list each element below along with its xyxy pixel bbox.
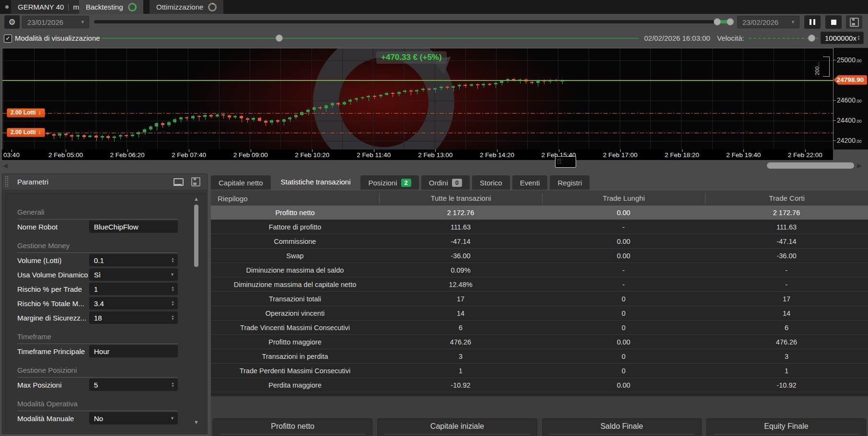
spinner-arrows-icon[interactable]: ▲▼ — [171, 257, 174, 263]
parameter-spinner-input[interactable]: 1▲▼ — [89, 283, 178, 295]
candle — [270, 120, 273, 123]
parameters-header[interactable]: Parametri — [2, 174, 207, 190]
parameter-spinner-input[interactable]: 5▲▼ — [89, 379, 178, 391]
table-column-header[interactable]: Riepilogo — [211, 195, 379, 203]
summary-card: Profitto netto1 768.33 — [213, 418, 372, 436]
scroll-left-icon[interactable]: ◀ — [3, 162, 8, 169]
results-tab-ordini[interactable]: Ordini0 — [421, 175, 470, 190]
end-date-select[interactable]: 23/02/2026 ▼ — [737, 16, 799, 28]
scroll-right-icon[interactable]: ▶ — [857, 162, 862, 169]
candle — [185, 117, 188, 119]
candle — [428, 89, 431, 90]
results-tab-eventi[interactable]: Eventi — [512, 175, 548, 190]
parameter-value: 5 — [94, 381, 98, 389]
scroll-up-icon[interactable]: ▲ — [194, 196, 199, 202]
table-row[interactable]: Diminuzione massima del capitale netto12… — [211, 277, 868, 292]
lot-badge-2[interactable]: 2.00 Lotti ↓ — [7, 128, 45, 137]
candle — [306, 110, 310, 112]
settings-button[interactable]: ⚙ — [4, 15, 20, 29]
table-column-header[interactable]: Tutte le transazioni — [379, 193, 542, 204]
spinner-arrows-icon[interactable]: ▲▼ — [171, 382, 174, 388]
grid-line — [465, 48, 466, 149]
table-row[interactable]: Trade Vincenti Massimi Consecutivi606 — [211, 321, 868, 335]
parameter-text-input[interactable]: BlueChipFlow — [89, 220, 178, 233]
parameter-text-input[interactable]: Hour — [89, 345, 178, 357]
tab-optimization[interactable]: Ottimizzazione — [150, 0, 223, 14]
candle — [161, 123, 164, 125]
results-tab-statistiche-transazioni[interactable]: Statistiche transazioni — [273, 173, 359, 190]
playback-slider-track[interactable] — [102, 38, 638, 39]
time-axis-label: 03:40 — [3, 151, 20, 159]
start-date-select[interactable]: 23/01/2026 ▼ — [22, 16, 89, 28]
arrow-down-icon: ↓ — [38, 129, 41, 136]
speed-slider-thumb[interactable] — [808, 34, 815, 42]
table-row[interactable]: Fattore di profitto111.63-111.63 — [211, 220, 868, 234]
parameter-select-input[interactable]: No▼ — [89, 412, 178, 425]
tab-label: Storico — [480, 179, 502, 187]
results-tab-capitale-netto[interactable]: Capitale netto — [211, 175, 271, 190]
entry-line-1 — [2, 113, 833, 114]
table-column-header[interactable]: Trade Lunghi — [542, 193, 705, 204]
save-parameters-icon[interactable] — [191, 177, 200, 186]
stat-value: - — [705, 281, 868, 288]
detach-window-icon[interactable] — [174, 178, 184, 186]
tab-backtesting[interactable]: Backtesting — [79, 0, 143, 14]
table-row[interactable]: Transazioni totali17017 — [211, 292, 868, 306]
speed-value-spinner[interactable]: 1000000x ▲▼ — [821, 32, 864, 44]
grid-line — [804, 48, 805, 149]
time-axis-label: 2 Feb 13:00 — [418, 151, 452, 159]
instrument-name: GERMANY 40 — [18, 3, 64, 11]
table-row[interactable]: Commissione-47.140.00-47.14 — [211, 234, 868, 249]
table-row[interactable]: Trade Perdenti Massimi Consecutivi101 — [211, 364, 868, 378]
spinner-arrows-icon[interactable]: ▲▼ — [857, 35, 860, 41]
table-row[interactable]: Perdita maggiore-10.920.00-10.92 — [211, 378, 868, 392]
table-row[interactable]: Profitto maggiore476.260.00476.26 — [211, 335, 868, 349]
table-column-header[interactable]: Trade Corti — [705, 193, 868, 204]
results-tab-storico[interactable]: Storico — [472, 175, 510, 190]
view-mode-checkbox[interactable]: ✓ — [4, 34, 12, 43]
parameter-spinner-input[interactable]: 3.4▲▼ — [89, 297, 178, 310]
stop-button[interactable] — [825, 15, 842, 29]
range-slider-thumb-right[interactable] — [727, 18, 734, 25]
spinner-arrows-icon[interactable]: ▲▼ — [171, 286, 174, 292]
stat-label: Swap — [211, 252, 379, 260]
parameter-spinner-input[interactable]: 18▲▼ — [89, 311, 178, 324]
table-row[interactable]: Diminuzione massima del saldo0.09%-- — [211, 263, 868, 277]
instrument-tab[interactable]: GERMANY 40 m5 — [11, 0, 90, 14]
date-range-slider-track[interactable] — [94, 20, 728, 23]
grid-line — [620, 48, 620, 149]
results-tab-posizioni[interactable]: Posizioni2 — [360, 175, 418, 190]
spinner-arrows-icon[interactable]: ▲▼ — [171, 300, 174, 306]
parameter-spinner-input[interactable]: 0.1▲▼ — [89, 254, 178, 266]
parameter-value: BlueChipFlow — [94, 223, 139, 231]
table-row[interactable]: Transazione media127.980.00127.98 — [211, 392, 868, 396]
table-row[interactable]: Swap-36.000.00-36.00 — [211, 249, 868, 263]
parameters-scrollbar-thumb[interactable] — [194, 205, 198, 267]
grid-line — [2, 101, 833, 101]
spinner-arrows-icon[interactable]: ▲▼ — [171, 315, 174, 321]
price-chart[interactable]: 2.00 Lotti ↓ 2.00 Lotti ↓ +470.33 € (+5%… — [2, 48, 833, 149]
parameter-select-input[interactable]: Sì▼ — [89, 268, 178, 281]
save-button[interactable] — [846, 15, 862, 29]
progress-ring-icon — [208, 3, 217, 11]
scroll-down-icon[interactable]: ▼ — [194, 419, 199, 425]
pause-button[interactable] — [804, 15, 821, 29]
grid-line — [774, 48, 774, 149]
results-body: RiepilogoTutte le transazioniTrade Lungh… — [211, 190, 868, 436]
playback-slider-thumb[interactable] — [276, 34, 283, 42]
candle — [131, 135, 134, 136]
lot-badge-1[interactable]: 2.00 Lotti ↓ — [7, 108, 45, 117]
price-axis-label: 24200.00 — [837, 137, 861, 144]
candle — [409, 91, 413, 92]
table-row[interactable]: Operazioni vincenti14014 — [211, 306, 868, 321]
results-tab-registri[interactable]: Registri — [550, 175, 590, 190]
table-row[interactable]: Transazioni in perdita303 — [211, 349, 868, 364]
price-axis[interactable]: 24798.90 25000.0024600.0024400.0024200.0… — [833, 48, 868, 149]
time-axis-label: 2 Feb 17:00 — [603, 151, 637, 159]
range-slider-thumb-left[interactable] — [714, 18, 721, 25]
candle — [433, 88, 437, 90]
horizontal-scrollbar-thumb[interactable] — [767, 162, 854, 169]
drag-handle-icon[interactable] — [5, 176, 9, 188]
stat-value: 0.00 — [542, 238, 705, 245]
table-row[interactable]: Profitto netto2 172.760.002 172.76 — [211, 206, 868, 220]
